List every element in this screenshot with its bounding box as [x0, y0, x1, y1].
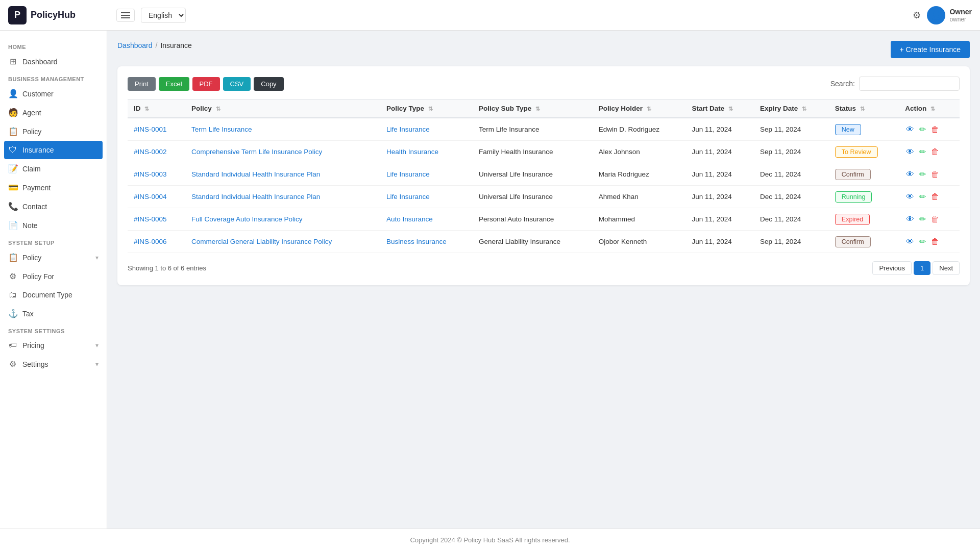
edit-button-3[interactable]: ✏: [918, 191, 927, 203]
edit-button-2[interactable]: ✏: [918, 168, 927, 180]
policy-link-0[interactable]: Term Life Insurance: [191, 126, 252, 133]
contact-icon: 📞: [8, 202, 17, 211]
sidebar-item-pricing[interactable]: 🏷 Pricing ▾: [0, 336, 107, 355]
sidebar-label-customer: Customer: [22, 90, 54, 98]
cell-policy-3: Standard Individual Health Insurance Pla…: [185, 186, 380, 208]
sidebar-section-home: Home: [0, 39, 107, 52]
copy-button[interactable]: Copy: [254, 77, 283, 91]
policy-link-4[interactable]: Full Coverage Auto Insurance Policy: [191, 215, 303, 223]
cell-start-date-2: Jun 11, 2024: [686, 163, 754, 186]
view-button-3[interactable]: 👁: [905, 191, 915, 203]
previous-button[interactable]: Previous: [872, 261, 912, 275]
pdf-button[interactable]: PDF: [192, 77, 220, 91]
sidebar-item-customer[interactable]: 👤 Customer: [0, 84, 107, 103]
id-link-5[interactable]: #INS-0006: [134, 238, 167, 245]
view-button-2[interactable]: 👁: [905, 169, 915, 180]
hamburger-button[interactable]: [116, 9, 135, 22]
print-button[interactable]: Print: [128, 77, 156, 91]
edit-button-1[interactable]: ✏: [918, 146, 927, 158]
sidebar-item-policy[interactable]: 📋 Policy: [0, 122, 107, 141]
col-policy-holder[interactable]: Policy Holder ⇅: [593, 99, 686, 118]
create-insurance-button[interactable]: + Create Insurance: [891, 41, 970, 58]
col-policy[interactable]: Policy ⇅: [185, 99, 380, 118]
claim-icon: 📝: [8, 164, 17, 173]
cell-policy-holder-0: Edwin D. Rodriguez: [593, 118, 686, 141]
id-link-0[interactable]: #INS-0001: [134, 126, 167, 133]
view-button-1[interactable]: 👁: [905, 146, 915, 158]
edit-button-0[interactable]: ✏: [918, 123, 927, 135]
policy-link-2[interactable]: Standard Individual Health Insurance Pla…: [191, 170, 320, 178]
table-row: #INS-0003 Standard Individual Health Ins…: [128, 163, 960, 186]
cell-policy-type-0: Life Insurance: [380, 118, 473, 141]
view-button-0[interactable]: 👁: [905, 124, 915, 135]
sort-icon-status: ⇅: [860, 106, 865, 112]
col-start-date[interactable]: Start Date ⇅: [686, 99, 754, 118]
sidebar-item-agent[interactable]: 🧑 Agent: [0, 103, 107, 122]
id-link-3[interactable]: #INS-0004: [134, 193, 167, 201]
col-id[interactable]: ID ⇅: [128, 99, 185, 118]
sidebar-label-settings: Settings: [22, 360, 48, 368]
id-link-4[interactable]: #INS-0005: [134, 215, 167, 223]
sidebar-item-document-type[interactable]: 🗂 Document Type: [0, 286, 107, 304]
table-row: #INS-0001 Term Life Insurance Life Insur…: [128, 118, 960, 141]
view-button-5[interactable]: 👁: [905, 236, 915, 247]
delete-button-0[interactable]: 🗑: [930, 124, 940, 135]
page-1-button[interactable]: 1: [914, 261, 930, 275]
dashboard-icon: ⊞: [8, 57, 17, 66]
sidebar-item-policy-for[interactable]: ⚙ Policy For: [0, 267, 107, 286]
sidebar-item-settings[interactable]: ⚙ Settings ▾: [0, 355, 107, 373]
layout: Home ⊞ Dashboard Business Management 👤 C…: [0, 31, 980, 529]
csv-button[interactable]: CSV: [223, 77, 251, 91]
view-button-4[interactable]: 👁: [905, 214, 915, 225]
edit-button-4[interactable]: ✏: [918, 213, 927, 225]
sidebar-label-insurance: Insurance: [22, 146, 54, 154]
col-expiry-date[interactable]: Expiry Date ⇅: [754, 99, 829, 118]
search-input[interactable]: [859, 77, 960, 91]
sidebar-item-claim[interactable]: 📝 Claim: [0, 159, 107, 178]
edit-button-5[interactable]: ✏: [918, 236, 927, 247]
next-button[interactable]: Next: [933, 261, 960, 275]
delete-button-2[interactable]: 🗑: [930, 169, 940, 180]
sidebar-item-tax[interactable]: ⚓ Tax: [0, 304, 107, 323]
policy-link-5[interactable]: Commercial General Liability Insurance P…: [191, 238, 332, 245]
breadcrumb-dashboard[interactable]: Dashboard: [117, 41, 153, 49]
navbar-right: ⚙ 👤 Owner owner: [913, 6, 972, 24]
id-link-2[interactable]: #INS-0003: [134, 170, 167, 178]
agent-icon: 🧑: [8, 108, 17, 117]
delete-button-4[interactable]: 🗑: [930, 214, 940, 225]
excel-button[interactable]: Excel: [159, 77, 189, 91]
action-icons-5: 👁 ✏ 🗑: [905, 236, 953, 247]
sidebar-item-contact[interactable]: 📞 Contact: [0, 197, 107, 216]
sidebar-item-insurance[interactable]: 🛡 Insurance: [4, 141, 103, 159]
sidebar-item-note[interactable]: 📄 Note: [0, 216, 107, 235]
main-content: Dashboard / Insurance + Create Insurance…: [107, 31, 980, 529]
col-policy-sub-type[interactable]: Policy Sub Type ⇅: [473, 99, 593, 118]
delete-button-3[interactable]: 🗑: [930, 191, 940, 203]
sidebar-item-dashboard[interactable]: ⊞ Dashboard: [0, 52, 107, 71]
id-link-1[interactable]: #INS-0002: [134, 148, 167, 156]
gear-button[interactable]: ⚙: [913, 10, 921, 21]
cell-expiry-date-3: Dec 11, 2024: [754, 186, 829, 208]
delete-button-5[interactable]: 🗑: [930, 236, 940, 247]
sort-icon-start-date: ⇅: [728, 106, 733, 112]
sidebar-item-payment[interactable]: 💳 Payment: [0, 178, 107, 197]
navbar-left: P PolicyHub English: [8, 6, 186, 24]
policy-type-text-0: Life Insurance: [386, 126, 430, 133]
chevron-down-icon: ▾: [95, 254, 99, 261]
language-select[interactable]: English: [141, 8, 186, 23]
policy-link-1[interactable]: Comprehensive Term Life Insurance Policy: [191, 148, 322, 156]
sidebar-item-policy-setup[interactable]: 📋 Policy ▾: [0, 248, 107, 267]
cell-id-2: #INS-0003: [128, 163, 185, 186]
delete-button-1[interactable]: 🗑: [930, 146, 940, 158]
col-policy-type[interactable]: Policy Type ⇅: [380, 99, 473, 118]
action-icons-1: 👁 ✏ 🗑: [905, 146, 953, 158]
footer-text: Copyright 2024 © Policy Hub SaaS All rig…: [410, 536, 570, 544]
cell-policy-4: Full Coverage Auto Insurance Policy: [185, 208, 380, 231]
cell-id-5: #INS-0006: [128, 231, 185, 253]
sort-icon-expiry-date: ⇅: [802, 106, 806, 112]
policy-link-3[interactable]: Standard Individual Health Insurance Pla…: [191, 193, 320, 201]
sort-icon-policy-type: ⇅: [428, 106, 433, 112]
col-status[interactable]: Status ⇅: [829, 99, 899, 118]
cell-policy-sub-type-2: Universal Life Insurance: [473, 163, 593, 186]
status-badge-2: Confirm: [835, 169, 871, 180]
